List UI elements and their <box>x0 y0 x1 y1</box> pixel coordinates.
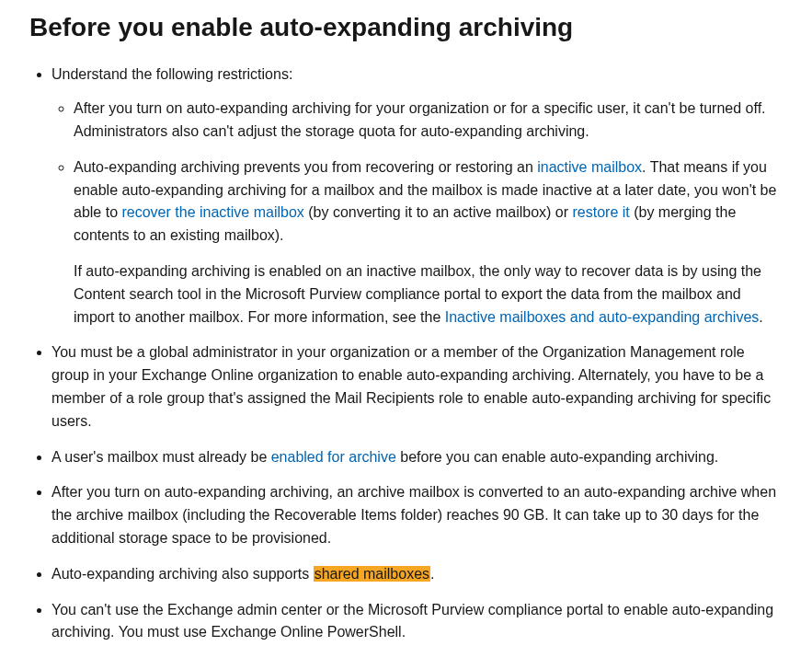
body-text: Auto-expanding archiving prevents you fr… <box>74 159 537 175</box>
list-item: After you turn on auto-expanding archivi… <box>74 98 783 144</box>
restore-it-link[interactable]: restore it <box>572 204 629 220</box>
body-text: You can't use the Exchange admin center … <box>51 602 773 640</box>
list-item: Understand the following restrictions: A… <box>51 63 783 329</box>
list-item: Auto-expanding archiving also supports s… <box>51 563 783 586</box>
recover-inactive-mailbox-link[interactable]: recover the inactive mailbox <box>121 204 303 220</box>
section-heading: Before you enable auto-expanding archivi… <box>29 7 783 47</box>
intro-text: Understand the following restrictions: <box>51 66 292 82</box>
highlighted-text: shared mailboxes <box>314 566 430 582</box>
body-text: Auto-expanding archiving also supports <box>51 566 314 582</box>
restrictions-list: Understand the following restrictions: A… <box>29 63 783 644</box>
body-text: . <box>430 566 434 582</box>
inactive-mailbox-link[interactable]: inactive mailbox <box>537 159 642 175</box>
list-item: You must be a global administrator in yo… <box>51 341 783 433</box>
paragraph: If auto-expanding archiving is enabled o… <box>74 260 783 329</box>
list-item: After you turn on auto-expanding archivi… <box>51 481 783 549</box>
list-item: A user's mailbox must already be enabled… <box>51 446 783 469</box>
inactive-mailboxes-archives-link[interactable]: Inactive mailboxes and auto-expanding ar… <box>445 309 760 325</box>
list-item: You can't use the Exchange admin center … <box>51 599 783 645</box>
body-text: You must be a global administrator in yo… <box>51 344 771 428</box>
body-text: (by converting it to an active mailbox) … <box>304 204 573 220</box>
body-text: A user's mailbox must already be <box>51 449 271 465</box>
list-item: Auto-expanding archiving prevents you fr… <box>74 156 783 329</box>
body-text: before you can enable auto-expanding arc… <box>396 449 718 465</box>
body-text: After you turn on auto-expanding archivi… <box>74 100 766 139</box>
body-text: . <box>759 309 762 325</box>
enabled-for-archive-link[interactable]: enabled for archive <box>271 449 396 465</box>
body-text: After you turn on auto-expanding archivi… <box>51 484 776 546</box>
sub-list: After you turn on auto-expanding archivi… <box>51 98 783 329</box>
